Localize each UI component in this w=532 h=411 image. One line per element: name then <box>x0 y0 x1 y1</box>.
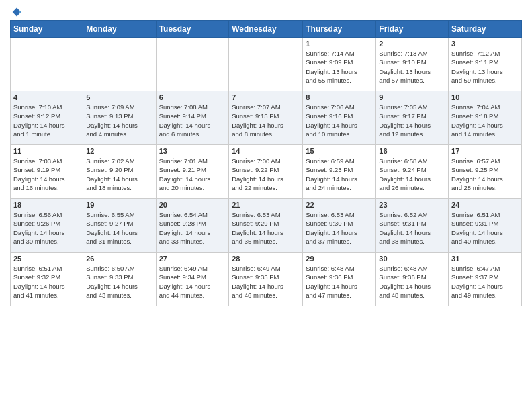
calendar-cell: 3Sunrise: 7:12 AM Sunset: 9:11 PM Daylig… <box>449 38 522 91</box>
calendar-cell: 24Sunrise: 6:51 AM Sunset: 9:31 PM Dayli… <box>449 199 522 253</box>
day-info: Sunrise: 6:49 AM Sunset: 9:34 PM Dayligh… <box>159 264 226 300</box>
calendar-cell: 2Sunrise: 7:13 AM Sunset: 9:10 PM Daylig… <box>376 38 449 91</box>
day-info: Sunrise: 7:02 AM Sunset: 9:20 PM Dayligh… <box>86 156 152 192</box>
day-info: Sunrise: 7:12 AM Sunset: 9:11 PM Dayligh… <box>451 49 519 85</box>
calendar-cell: 10Sunrise: 7:04 AM Sunset: 9:18 PM Dayli… <box>449 91 522 145</box>
day-number: 20 <box>159 201 226 209</box>
calendar-cell: 29Sunrise: 6:48 AM Sunset: 9:36 PM Dayli… <box>303 253 376 306</box>
day-number: 10 <box>451 93 519 101</box>
weekday-header-wednesday: Wednesday <box>229 21 303 38</box>
day-info: Sunrise: 7:05 AM Sunset: 9:17 PM Dayligh… <box>379 103 445 138</box>
day-number: 11 <box>13 147 80 155</box>
calendar-cell: 13Sunrise: 7:01 AM Sunset: 9:21 PM Dayli… <box>156 145 229 199</box>
day-info: Sunrise: 6:54 AM Sunset: 9:28 PM Dayligh… <box>159 210 226 246</box>
day-number: 7 <box>232 93 300 101</box>
day-info: Sunrise: 6:47 AM Sunset: 9:37 PM Dayligh… <box>451 264 519 300</box>
day-info: Sunrise: 7:07 AM Sunset: 9:15 PM Dayligh… <box>232 103 300 138</box>
day-info: Sunrise: 7:06 AM Sunset: 9:16 PM Dayligh… <box>306 103 373 138</box>
weekday-header-friday: Friday <box>376 21 449 38</box>
calendar-cell: 7Sunrise: 7:07 AM Sunset: 9:15 PM Daylig… <box>229 91 303 145</box>
calendar-week-row: 11Sunrise: 7:03 AM Sunset: 9:19 PM Dayli… <box>11 145 522 199</box>
weekday-header-monday: Monday <box>83 21 156 38</box>
calendar-cell: 27Sunrise: 6:49 AM Sunset: 9:34 PM Dayli… <box>156 253 229 306</box>
day-info: Sunrise: 7:00 AM Sunset: 9:22 PM Dayligh… <box>232 156 300 192</box>
calendar-cell: 5Sunrise: 7:09 AM Sunset: 9:13 PM Daylig… <box>83 91 156 145</box>
day-info: Sunrise: 6:57 AM Sunset: 9:25 PM Dayligh… <box>451 156 519 192</box>
calendar-cell: 4Sunrise: 7:10 AM Sunset: 9:12 PM Daylig… <box>11 91 83 145</box>
day-number: 12 <box>86 147 152 155</box>
calendar-cell: 15Sunrise: 6:59 AM Sunset: 9:23 PM Dayli… <box>303 145 376 199</box>
day-number: 28 <box>232 255 300 263</box>
day-number: 22 <box>306 201 373 209</box>
calendar-cell <box>83 38 156 91</box>
page: SundayMondayTuesdayWednesdayThursdayFrid… <box>0 0 532 411</box>
calendar-table: SundayMondayTuesdayWednesdayThursdayFrid… <box>10 20 522 306</box>
day-info: Sunrise: 7:08 AM Sunset: 9:14 PM Dayligh… <box>159 103 226 138</box>
calendar-cell <box>11 38 83 91</box>
weekday-header-thursday: Thursday <box>303 21 376 38</box>
day-number: 29 <box>306 255 373 263</box>
calendar-cell: 9Sunrise: 7:05 AM Sunset: 9:17 PM Daylig… <box>376 91 449 145</box>
day-number: 18 <box>13 201 80 209</box>
day-info: Sunrise: 7:14 AM Sunset: 9:09 PM Dayligh… <box>306 49 373 85</box>
day-info: Sunrise: 6:48 AM Sunset: 9:36 PM Dayligh… <box>379 264 445 300</box>
day-info: Sunrise: 6:56 AM Sunset: 9:26 PM Dayligh… <box>13 210 80 246</box>
day-info: Sunrise: 6:50 AM Sunset: 9:33 PM Dayligh… <box>86 264 152 300</box>
day-number: 26 <box>86 255 152 263</box>
day-number: 15 <box>306 147 373 155</box>
calendar-cell: 8Sunrise: 7:06 AM Sunset: 9:16 PM Daylig… <box>303 91 376 145</box>
weekday-header-tuesday: Tuesday <box>156 21 229 38</box>
calendar-header-row: SundayMondayTuesdayWednesdayThursdayFrid… <box>11 21 522 38</box>
day-info: Sunrise: 6:58 AM Sunset: 9:24 PM Dayligh… <box>379 156 445 192</box>
calendar-cell: 22Sunrise: 6:53 AM Sunset: 9:30 PM Dayli… <box>303 199 376 253</box>
calendar-cell: 18Sunrise: 6:56 AM Sunset: 9:26 PM Dayli… <box>11 199 83 253</box>
day-info: Sunrise: 6:55 AM Sunset: 9:27 PM Dayligh… <box>86 210 152 246</box>
calendar-cell: 12Sunrise: 7:02 AM Sunset: 9:20 PM Dayli… <box>83 145 156 199</box>
day-info: Sunrise: 6:59 AM Sunset: 9:23 PM Dayligh… <box>306 156 373 192</box>
day-number: 21 <box>232 201 300 209</box>
calendar-cell: 11Sunrise: 7:03 AM Sunset: 9:19 PM Dayli… <box>11 145 83 199</box>
calendar-cell: 26Sunrise: 6:50 AM Sunset: 9:33 PM Dayli… <box>83 253 156 306</box>
day-info: Sunrise: 6:52 AM Sunset: 9:31 PM Dayligh… <box>379 210 445 246</box>
day-number: 2 <box>379 40 445 48</box>
calendar-cell: 1Sunrise: 7:14 AM Sunset: 9:09 PM Daylig… <box>303 38 376 91</box>
day-number: 25 <box>13 255 80 263</box>
calendar-cell: 14Sunrise: 7:00 AM Sunset: 9:22 PM Dayli… <box>229 145 303 199</box>
day-number: 23 <box>379 201 445 209</box>
day-number: 6 <box>159 93 226 101</box>
calendar-cell: 20Sunrise: 6:54 AM Sunset: 9:28 PM Dayli… <box>156 199 229 253</box>
day-info: Sunrise: 7:04 AM Sunset: 9:18 PM Dayligh… <box>451 103 519 138</box>
day-number: 1 <box>306 40 373 48</box>
calendar-cell: 23Sunrise: 6:52 AM Sunset: 9:31 PM Dayli… <box>376 199 449 253</box>
day-number: 13 <box>159 147 226 155</box>
calendar-cell: 30Sunrise: 6:48 AM Sunset: 9:36 PM Dayli… <box>376 253 449 306</box>
calendar-cell: 19Sunrise: 6:55 AM Sunset: 9:27 PM Dayli… <box>83 199 156 253</box>
day-info: Sunrise: 6:53 AM Sunset: 9:29 PM Dayligh… <box>232 210 300 246</box>
calendar-cell: 6Sunrise: 7:08 AM Sunset: 9:14 PM Daylig… <box>156 91 229 145</box>
logo <box>10 7 22 15</box>
calendar-cell: 16Sunrise: 6:58 AM Sunset: 9:24 PM Dayli… <box>376 145 449 199</box>
day-info: Sunrise: 7:03 AM Sunset: 9:19 PM Dayligh… <box>13 156 80 192</box>
day-number: 17 <box>451 147 519 155</box>
day-info: Sunrise: 6:48 AM Sunset: 9:36 PM Dayligh… <box>306 264 373 300</box>
calendar-cell: 28Sunrise: 6:49 AM Sunset: 9:35 PM Dayli… <box>229 253 303 306</box>
day-number: 19 <box>86 201 152 209</box>
weekday-header-saturday: Saturday <box>449 21 522 38</box>
calendar-cell: 17Sunrise: 6:57 AM Sunset: 9:25 PM Dayli… <box>449 145 522 199</box>
day-number: 4 <box>13 93 80 101</box>
day-info: Sunrise: 6:49 AM Sunset: 9:35 PM Dayligh… <box>232 264 300 300</box>
day-number: 30 <box>379 255 445 263</box>
day-info: Sunrise: 6:51 AM Sunset: 9:31 PM Dayligh… <box>451 210 519 246</box>
calendar-week-row: 18Sunrise: 6:56 AM Sunset: 9:26 PM Dayli… <box>11 199 522 253</box>
day-number: 5 <box>86 93 152 101</box>
calendar-cell: 31Sunrise: 6:47 AM Sunset: 9:37 PM Dayli… <box>449 253 522 306</box>
day-info: Sunrise: 6:53 AM Sunset: 9:30 PM Dayligh… <box>306 210 373 246</box>
day-info: Sunrise: 7:10 AM Sunset: 9:12 PM Dayligh… <box>13 103 80 138</box>
day-info: Sunrise: 7:01 AM Sunset: 9:21 PM Dayligh… <box>159 156 226 192</box>
day-info: Sunrise: 7:13 AM Sunset: 9:10 PM Dayligh… <box>379 49 445 85</box>
day-info: Sunrise: 7:09 AM Sunset: 9:13 PM Dayligh… <box>86 103 152 138</box>
calendar-cell: 25Sunrise: 6:51 AM Sunset: 9:32 PM Dayli… <box>11 253 83 306</box>
calendar-week-row: 4Sunrise: 7:10 AM Sunset: 9:12 PM Daylig… <box>11 91 522 145</box>
header <box>10 7 522 15</box>
day-number: 31 <box>451 255 519 263</box>
